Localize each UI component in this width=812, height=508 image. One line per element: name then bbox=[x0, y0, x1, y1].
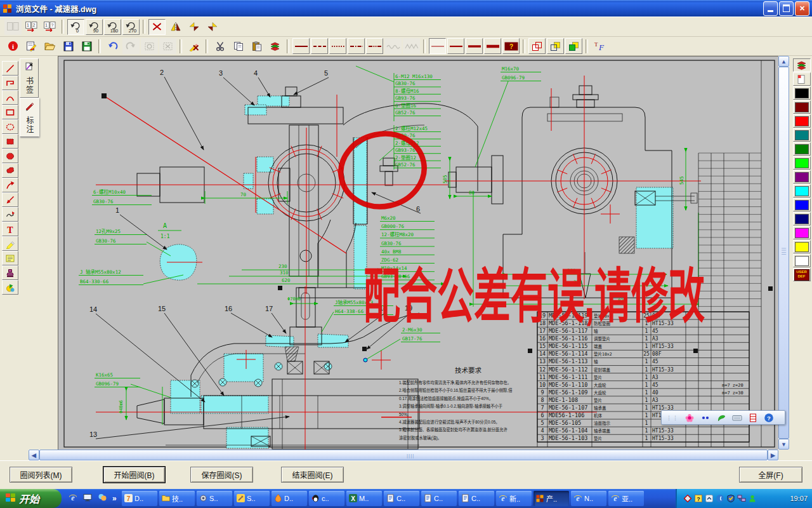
taskbar-window-13[interactable]: eN.. bbox=[571, 491, 606, 506]
save-button[interactable] bbox=[60, 38, 77, 54]
color-swatch-008000[interactable] bbox=[793, 142, 811, 156]
open-file-button[interactable] bbox=[41, 38, 58, 54]
palette-layers-button[interactable] bbox=[793, 58, 811, 72]
taskbar-window-3[interactable]: S.. bbox=[197, 491, 232, 506]
rotate-270-button[interactable]: 270 bbox=[122, 19, 140, 35]
ime-help-circle-icon[interactable]: ? bbox=[764, 413, 774, 423]
color-swatch-000080[interactable] bbox=[793, 212, 811, 225]
rect-tool[interactable] bbox=[2, 105, 18, 119]
horizontal-scrollbar[interactable]: ◀ |||| ▶ bbox=[29, 450, 778, 460]
freehand-tool[interactable] bbox=[2, 207, 18, 222]
color-swatch-ff00ff[interactable] bbox=[793, 226, 811, 239]
color-swatch-00ffff[interactable] bbox=[793, 184, 811, 197]
review-list-button[interactable]: 圈阅列表(M) bbox=[10, 467, 72, 483]
taskbar-window-1[interactable]: 7D.. bbox=[122, 491, 157, 506]
tray-network-icon[interactable] bbox=[737, 494, 746, 503]
linewidth-custom-button[interactable]: ? bbox=[502, 38, 520, 54]
rotate-90-button[interactable]: 90 bbox=[86, 19, 103, 35]
linestyle-dashdotdot-button[interactable] bbox=[366, 38, 383, 54]
page-display-button[interactable] bbox=[4, 19, 22, 35]
linewidth-3-button[interactable] bbox=[466, 38, 483, 54]
redo-button[interactable] bbox=[122, 38, 140, 54]
taskbar-window-7[interactable]: XM.. bbox=[346, 491, 382, 506]
rotate-0-button[interactable]: 0 bbox=[67, 19, 84, 35]
edit-annotation-button[interactable] bbox=[23, 38, 40, 54]
taskbar-window-11[interactable]: e新.. bbox=[496, 491, 532, 506]
tray-chevron-up-icon[interactable] bbox=[705, 494, 714, 503]
leader-tool[interactable] bbox=[2, 192, 18, 207]
drawing-canvas[interactable]: 6-M12 M16x130GB30-768-螺母M16GB93-766-垫圈16… bbox=[58, 56, 778, 450]
region-green-button[interactable] bbox=[565, 38, 582, 54]
color-swatch-000000[interactable] bbox=[793, 86, 811, 100]
tab-bookmark[interactable]: 书签 bbox=[20, 58, 39, 98]
color-swatch-ff0000[interactable] bbox=[793, 114, 811, 128]
tray-shield-icon[interactable] bbox=[726, 494, 735, 503]
zoom-window-button[interactable] bbox=[141, 38, 158, 54]
vertical-scroll-thumb[interactable]: |||| bbox=[778, 67, 789, 439]
close-button[interactable]: ✕ bbox=[795, 1, 809, 16]
quick-launch-messenger[interactable] bbox=[98, 493, 109, 504]
paste-button[interactable] bbox=[248, 38, 265, 54]
taskbar-window-8[interactable]: C.. bbox=[384, 491, 419, 506]
color-swatch-008080[interactable] bbox=[793, 128, 811, 142]
taskbar-window-12[interactable]: 产.. bbox=[534, 491, 569, 506]
tray-paint-diamond-icon[interactable] bbox=[683, 494, 692, 503]
linewidth-1-button[interactable] bbox=[429, 38, 446, 54]
fullscreen-button[interactable]: 全屏(F) bbox=[739, 467, 802, 483]
review-end-button[interactable]: 结束圈阅(E) bbox=[281, 467, 344, 483]
cloud-tool[interactable] bbox=[2, 163, 18, 178]
zoom-extents-button[interactable] bbox=[159, 38, 176, 54]
filled-rect-tool[interactable] bbox=[2, 134, 18, 149]
color-swatch-ffffff[interactable] bbox=[793, 254, 811, 267]
review-save-button[interactable]: 保存圈阅(S) bbox=[190, 467, 253, 483]
quick-launch-internet-explorer[interactable]: e bbox=[69, 493, 80, 504]
ime-keyboard-icon[interactable] bbox=[732, 413, 742, 423]
review-start-button[interactable]: 开始圈阅(B) bbox=[103, 467, 165, 483]
ime-chili-icon[interactable] bbox=[716, 413, 726, 423]
restore-button[interactable] bbox=[779, 1, 794, 16]
scroll-right-button[interactable]: ▶ bbox=[768, 450, 778, 460]
linewidth-4-button[interactable] bbox=[484, 38, 501, 54]
quick-launch-show-desktop[interactable] bbox=[83, 493, 95, 504]
linestyle-zigzag-button[interactable] bbox=[403, 38, 420, 54]
about-button[interactable]: i bbox=[4, 38, 22, 54]
mirror-horizontal-button[interactable] bbox=[167, 19, 184, 35]
horizontal-scroll-thumb[interactable]: |||| bbox=[39, 450, 768, 460]
taskbar-window-10[interactable]: C.. bbox=[459, 491, 494, 506]
cut-button[interactable] bbox=[211, 38, 228, 54]
region-yellow-button[interactable] bbox=[547, 38, 564, 54]
undo-button[interactable] bbox=[104, 38, 121, 54]
linestyle-dot-button[interactable] bbox=[329, 38, 346, 54]
vertical-scrollbar[interactable]: ▲ |||| ▼ bbox=[778, 56, 789, 450]
taskbar-window-2[interactable]: 技.. bbox=[159, 491, 195, 506]
taskbar-window-9[interactable]: C.. bbox=[421, 491, 457, 506]
flip-left-button[interactable] bbox=[185, 19, 202, 35]
ime-drag-handle[interactable]: ⋮⋮ bbox=[666, 415, 679, 421]
ime-dots-icon[interactable] bbox=[700, 413, 710, 423]
line-tool[interactable] bbox=[2, 61, 18, 76]
page-forward-button[interactable]: 12 bbox=[23, 19, 40, 35]
minimize-button[interactable] bbox=[763, 1, 778, 16]
linestyle-dashdot-button[interactable] bbox=[348, 38, 365, 54]
color-swatch-800000[interactable] bbox=[793, 100, 811, 114]
copy-button[interactable] bbox=[230, 38, 247, 54]
rotate-180-button[interactable]: 180 bbox=[104, 19, 121, 35]
palette-copy-region-button[interactable] bbox=[793, 72, 811, 86]
linestyle-solid-button[interactable] bbox=[292, 38, 310, 54]
polyline-tool[interactable] bbox=[2, 76, 18, 90]
stamp-tool[interactable] bbox=[2, 265, 18, 280]
taskbar-window-5[interactable]: D.. bbox=[272, 491, 307, 506]
tray-user-green-icon[interactable] bbox=[748, 494, 757, 503]
tray-ime-help-icon[interactable]: ? bbox=[694, 494, 703, 503]
scroll-up-button[interactable]: ▲ bbox=[778, 56, 789, 67]
linewidth-2-button[interactable] bbox=[447, 38, 464, 54]
mirror-off-button[interactable] bbox=[148, 19, 166, 35]
linestyle-dash-button[interactable] bbox=[311, 38, 328, 54]
scroll-down-button[interactable]: ▼ bbox=[778, 439, 789, 450]
ellipse-tool[interactable] bbox=[2, 119, 18, 134]
note-tool[interactable] bbox=[2, 251, 18, 265]
color-swatch-800080[interactable] bbox=[793, 170, 811, 184]
save-as-button[interactable] bbox=[78, 38, 95, 54]
quick-launch-overflow[interactable]: » bbox=[112, 494, 117, 503]
tray-media-blue-icon[interactable] bbox=[716, 494, 724, 503]
